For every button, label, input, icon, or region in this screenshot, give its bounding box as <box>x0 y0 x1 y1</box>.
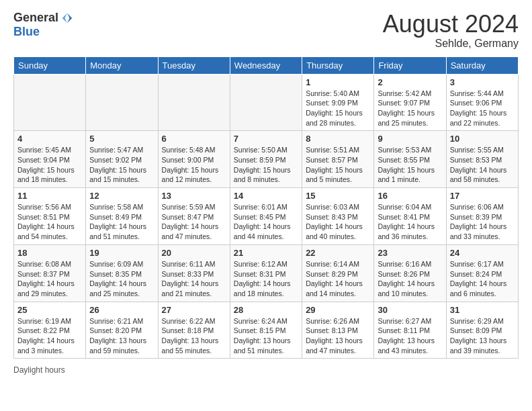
day-info: Sunrise: 5:59 AMSunset: 8:47 PMDaylight:… <box>162 202 226 242</box>
calendar-cell: 11Sunrise: 5:56 AMSunset: 8:51 PMDayligh… <box>14 188 86 245</box>
calendar-day-header: Thursday <box>302 56 374 74</box>
day-number: 1 <box>306 77 370 87</box>
calendar-cell <box>86 74 158 131</box>
daylight-label: Daylight hours <box>13 365 65 375</box>
title-block: August 2024 Sehlde, Germany <box>383 11 519 50</box>
calendar-week-row: 18Sunrise: 6:08 AMSunset: 8:37 PMDayligh… <box>14 244 519 302</box>
calendar-cell: 21Sunrise: 6:12 AMSunset: 8:31 PMDayligh… <box>230 244 302 302</box>
calendar-cell: 7Sunrise: 5:50 AMSunset: 8:59 PMDaylight… <box>230 131 302 188</box>
calendar-cell: 28Sunrise: 6:24 AMSunset: 8:15 PMDayligh… <box>230 302 302 359</box>
calendar-cell: 2Sunrise: 5:42 AMSunset: 9:07 PMDaylight… <box>374 74 446 131</box>
calendar-cell: 22Sunrise: 6:14 AMSunset: 8:29 PMDayligh… <box>302 244 374 302</box>
day-number: 28 <box>234 305 298 315</box>
day-info: Sunrise: 5:55 AMSunset: 8:53 PMDaylight:… <box>450 145 515 185</box>
logo: General Blue <box>13 11 73 39</box>
day-number: 13 <box>162 191 226 201</box>
day-number: 23 <box>378 248 442 258</box>
calendar-cell: 30Sunrise: 6:27 AMSunset: 8:11 PMDayligh… <box>374 302 446 359</box>
day-number: 19 <box>89 248 154 258</box>
day-info: Sunrise: 5:51 AMSunset: 8:57 PMDaylight:… <box>306 145 370 185</box>
day-info: Sunrise: 6:06 AMSunset: 8:39 PMDaylight:… <box>450 202 515 242</box>
day-number: 8 <box>306 134 370 144</box>
day-number: 2 <box>378 77 442 87</box>
calendar-cell: 26Sunrise: 6:21 AMSunset: 8:20 PMDayligh… <box>86 302 158 359</box>
calendar-cell: 24Sunrise: 6:17 AMSunset: 8:24 PMDayligh… <box>446 244 518 302</box>
calendar-cell: 12Sunrise: 5:58 AMSunset: 8:49 PMDayligh… <box>86 188 158 245</box>
day-number: 14 <box>234 191 298 201</box>
calendar-cell <box>230 74 302 131</box>
calendar-cell: 20Sunrise: 6:11 AMSunset: 8:33 PMDayligh… <box>158 244 230 302</box>
day-number: 15 <box>306 191 370 201</box>
day-number: 22 <box>306 248 370 258</box>
day-info: Sunrise: 6:14 AMSunset: 8:29 PMDaylight:… <box>306 259 370 299</box>
calendar-table: SundayMondayTuesdayWednesdayThursdayFrid… <box>13 56 519 359</box>
calendar-cell: 18Sunrise: 6:08 AMSunset: 8:37 PMDayligh… <box>14 244 86 302</box>
calendar-cell: 14Sunrise: 6:01 AMSunset: 8:45 PMDayligh… <box>230 188 302 245</box>
calendar-cell: 16Sunrise: 6:04 AMSunset: 8:41 PMDayligh… <box>374 188 446 245</box>
calendar-cell: 1Sunrise: 5:40 AMSunset: 9:09 PMDaylight… <box>302 74 374 131</box>
footer: Daylight hours <box>13 365 519 375</box>
calendar-cell: 31Sunrise: 6:29 AMSunset: 8:09 PMDayligh… <box>446 302 518 359</box>
day-number: 27 <box>162 305 226 315</box>
day-info: Sunrise: 5:48 AMSunset: 9:00 PMDaylight:… <box>162 145 226 185</box>
calendar-cell: 17Sunrise: 6:06 AMSunset: 8:39 PMDayligh… <box>446 188 518 245</box>
day-info: Sunrise: 6:08 AMSunset: 8:37 PMDaylight:… <box>17 259 82 299</box>
day-info: Sunrise: 5:40 AMSunset: 9:09 PMDaylight:… <box>306 89 370 128</box>
day-info: Sunrise: 6:29 AMSunset: 8:09 PMDaylight:… <box>450 316 515 356</box>
day-info: Sunrise: 5:45 AMSunset: 9:04 PMDaylight:… <box>17 145 82 185</box>
day-info: Sunrise: 6:12 AMSunset: 8:31 PMDaylight:… <box>234 259 298 299</box>
day-info: Sunrise: 5:47 AMSunset: 9:02 PMDaylight:… <box>89 145 154 185</box>
day-number: 6 <box>162 134 226 144</box>
day-info: Sunrise: 5:58 AMSunset: 8:49 PMDaylight:… <box>89 202 154 242</box>
day-number: 17 <box>450 191 515 201</box>
day-number: 20 <box>162 248 226 258</box>
day-info: Sunrise: 6:19 AMSunset: 8:22 PMDaylight:… <box>17 316 82 356</box>
calendar-week-row: 25Sunrise: 6:19 AMSunset: 8:22 PMDayligh… <box>14 302 519 359</box>
day-number: 16 <box>378 191 442 201</box>
calendar-day-header: Tuesday <box>158 56 230 74</box>
day-number: 26 <box>89 305 154 315</box>
day-number: 18 <box>17 248 82 258</box>
logo-icon <box>61 12 73 24</box>
day-number: 25 <box>17 305 82 315</box>
day-info: Sunrise: 5:53 AMSunset: 8:55 PMDaylight:… <box>378 145 442 185</box>
calendar-cell: 5Sunrise: 5:47 AMSunset: 9:02 PMDaylight… <box>86 131 158 188</box>
day-info: Sunrise: 6:26 AMSunset: 8:13 PMDaylight:… <box>306 316 370 356</box>
calendar-header-row: SundayMondayTuesdayWednesdayThursdayFrid… <box>14 56 519 74</box>
day-info: Sunrise: 6:17 AMSunset: 8:24 PMDaylight:… <box>450 259 515 299</box>
day-info: Sunrise: 5:56 AMSunset: 8:51 PMDaylight:… <box>17 202 82 242</box>
day-number: 4 <box>17 134 82 144</box>
calendar-cell: 25Sunrise: 6:19 AMSunset: 8:22 PMDayligh… <box>14 302 86 359</box>
day-number: 7 <box>234 134 298 144</box>
calendar-cell: 4Sunrise: 5:45 AMSunset: 9:04 PMDaylight… <box>14 131 86 188</box>
day-number: 11 <box>17 191 82 201</box>
day-info: Sunrise: 6:04 AMSunset: 8:41 PMDaylight:… <box>378 202 442 242</box>
day-number: 24 <box>450 248 515 258</box>
location-title: Sehlde, Germany <box>383 38 519 50</box>
day-info: Sunrise: 6:22 AMSunset: 8:18 PMDaylight:… <box>162 316 226 356</box>
calendar-cell <box>14 74 86 131</box>
day-info: Sunrise: 6:01 AMSunset: 8:45 PMDaylight:… <box>234 202 298 242</box>
calendar-cell: 19Sunrise: 6:09 AMSunset: 8:35 PMDayligh… <box>86 244 158 302</box>
page-header: General Blue August 2024 Sehlde, Germany <box>13 11 519 50</box>
day-number: 21 <box>234 248 298 258</box>
calendar-cell: 3Sunrise: 5:44 AMSunset: 9:06 PMDaylight… <box>446 74 518 131</box>
calendar-cell: 13Sunrise: 5:59 AMSunset: 8:47 PMDayligh… <box>158 188 230 245</box>
calendar-day-header: Monday <box>86 56 158 74</box>
day-info: Sunrise: 5:42 AMSunset: 9:07 PMDaylight:… <box>378 89 442 128</box>
day-number: 9 <box>378 134 442 144</box>
calendar-cell: 23Sunrise: 6:16 AMSunset: 8:26 PMDayligh… <box>374 244 446 302</box>
logo-general-text: General <box>13 11 58 25</box>
day-info: Sunrise: 5:50 AMSunset: 8:59 PMDaylight:… <box>234 145 298 185</box>
calendar-day-header: Saturday <box>446 56 518 74</box>
day-number: 3 <box>450 77 515 87</box>
calendar-week-row: 1Sunrise: 5:40 AMSunset: 9:09 PMDaylight… <box>14 74 519 131</box>
calendar-cell: 6Sunrise: 5:48 AMSunset: 9:00 PMDaylight… <box>158 131 230 188</box>
day-number: 30 <box>378 305 442 315</box>
day-info: Sunrise: 5:44 AMSunset: 9:06 PMDaylight:… <box>450 89 515 128</box>
calendar-day-header: Sunday <box>14 56 86 74</box>
day-info: Sunrise: 6:16 AMSunset: 8:26 PMDaylight:… <box>378 259 442 299</box>
day-info: Sunrise: 6:11 AMSunset: 8:33 PMDaylight:… <box>162 259 226 299</box>
calendar-cell: 15Sunrise: 6:03 AMSunset: 8:43 PMDayligh… <box>302 188 374 245</box>
svg-marker-1 <box>62 13 67 22</box>
